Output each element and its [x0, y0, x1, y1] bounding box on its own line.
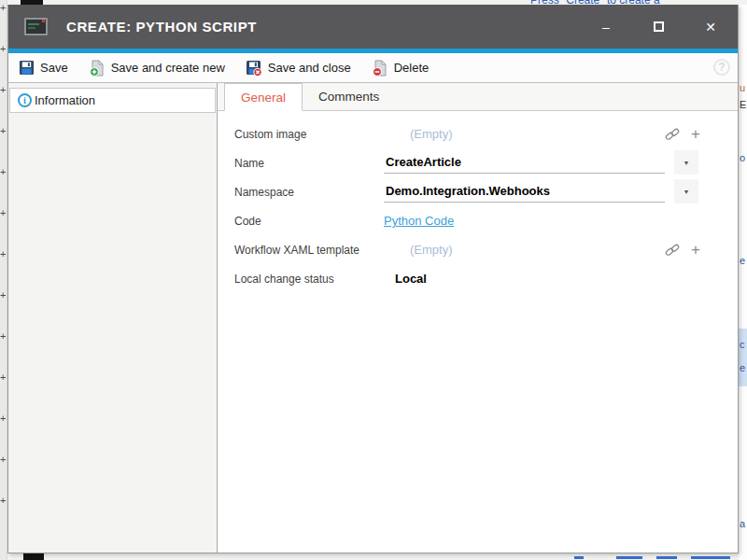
- add-icon[interactable]: +: [691, 128, 700, 141]
- local-change-status-value: Local: [384, 272, 665, 286]
- name-input[interactable]: CreateArticle: [384, 152, 665, 174]
- dialog-titlebar[interactable]: CREATE: PYTHON SCRIPT – ✕: [8, 5, 738, 49]
- background-partial-text: [574, 556, 742, 560]
- delete-icon: [372, 60, 388, 77]
- add-icon[interactable]: +: [691, 244, 700, 257]
- tree-expander: +: [0, 370, 6, 411]
- form-row-code: Code Python Code: [218, 206, 738, 235]
- tree-expander: +: [0, 452, 6, 493]
- field-label: Namespace: [234, 186, 294, 199]
- save-close-icon: [246, 60, 262, 77]
- information-panel: i Information: [8, 83, 218, 553]
- tree-expander: +: [0, 287, 6, 329]
- tree-expander: +: [0, 329, 6, 370]
- background-artifact: [23, 553, 44, 560]
- link-icon[interactable]: [665, 243, 680, 258]
- tree-expander: +: [0, 82, 6, 123]
- field-label: Workflow XAML template: [234, 244, 359, 257]
- namespace-input[interactable]: Demo.Integration.Webhooks: [384, 181, 665, 203]
- form-row-namespace: Namespace Demo.Integration.Webhooks ▼: [218, 177, 738, 206]
- delete-button[interactable]: Delete: [361, 53, 440, 82]
- save-label: Save: [40, 61, 68, 75]
- console-window-icon: [24, 18, 48, 35]
- tree-expander: +: [0, 123, 6, 164]
- tab-general[interactable]: General: [224, 83, 303, 111]
- custom-image-value[interactable]: (Empty): [384, 127, 665, 141]
- info-icon: i: [18, 93, 32, 107]
- field-label: Local change status: [234, 273, 334, 286]
- field-label: Name: [234, 157, 264, 170]
- general-tab-content: Custom image (Empty) + Name: [218, 111, 738, 553]
- dialog-toolbar: Save Save and create new Save and close: [8, 53, 738, 83]
- help-icon[interactable]: ?: [713, 59, 730, 76]
- form-row-workflow-xaml: Workflow XAML template (Empty) +: [218, 235, 738, 264]
- save-icon: [19, 60, 35, 76]
- form-row-custom-image: Custom image (Empty) +: [218, 119, 738, 148]
- create-python-script-dialog: CREATE: PYTHON SCRIPT – ✕ Save Sa: [7, 5, 739, 553]
- tree-expander: +: [0, 205, 6, 246]
- link-icon[interactable]: [665, 127, 680, 142]
- tab-strip: General Comments: [218, 83, 738, 111]
- save-new-icon: [89, 60, 106, 77]
- namespace-dropdown-button[interactable]: ▼: [674, 179, 698, 203]
- tree-expander: +: [0, 246, 6, 287]
- tab-comments[interactable]: Comments: [303, 82, 395, 110]
- background-letter: E: [740, 99, 746, 110]
- tree-expander: +: [0, 164, 6, 205]
- tree-expander: +: [0, 41, 6, 82]
- maximize-button[interactable]: [644, 13, 672, 41]
- background-letter: u: [740, 82, 745, 93]
- minimize-button[interactable]: –: [592, 13, 620, 41]
- background-letter: a: [740, 518, 745, 529]
- form-row-local-change-status: Local change status Local: [218, 264, 738, 293]
- delete-label: Delete: [394, 61, 430, 75]
- name-dropdown-button[interactable]: ▼: [674, 150, 698, 175]
- close-button[interactable]: ✕: [697, 13, 725, 41]
- tree-expander: +: [0, 493, 6, 534]
- information-header[interactable]: i Information: [9, 88, 216, 113]
- background-letter: c: [740, 339, 745, 350]
- field-label: Custom image: [234, 128, 306, 141]
- workflow-xaml-value[interactable]: (Empty): [384, 243, 665, 257]
- python-code-link[interactable]: Python Code: [384, 214, 454, 228]
- information-label: Information: [35, 93, 95, 107]
- save-and-close-label: Save and close: [268, 61, 351, 75]
- background-letter: e: [740, 362, 745, 373]
- save-and-close-button[interactable]: Save and close: [235, 53, 361, 82]
- save-and-create-new-button[interactable]: Save and create new: [78, 53, 235, 82]
- tree-expander: +: [0, 411, 6, 452]
- tree-expander: +: [0, 0, 6, 41]
- background-selection-highlight: [739, 329, 747, 386]
- dialog-title: CREATE: PYTHON SCRIPT: [66, 19, 257, 35]
- background-letter: e: [740, 255, 745, 266]
- background-letter: o: [740, 152, 745, 163]
- field-label: Code: [234, 215, 261, 228]
- save-and-create-new-label: Save and create new: [111, 61, 225, 75]
- details-panel: General Comments Custom image (Empty): [218, 83, 738, 553]
- form-row-name: Name CreateArticle ▼: [218, 148, 738, 177]
- background-right-edge: u E o e c e a: [739, 5, 747, 560]
- save-button[interactable]: Save: [8, 53, 78, 82]
- background-tree-expanders: + + + + + + + + + + + + +: [0, 0, 7, 560]
